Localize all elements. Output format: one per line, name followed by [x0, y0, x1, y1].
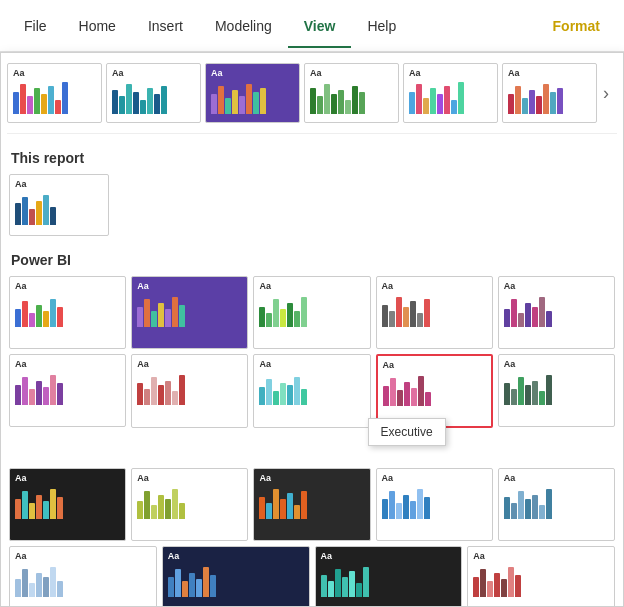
menu-help[interactable]: Help [351, 4, 412, 48]
powerbi-card-2-2[interactable]: Aa [131, 354, 248, 427]
powerbi-card-1-1[interactable]: Aa [9, 276, 126, 349]
menu-home[interactable]: Home [63, 4, 132, 48]
mini-bars-2 [112, 80, 195, 114]
mini-bars-5 [409, 80, 492, 114]
powerbi-card-2-1[interactable]: Aa [9, 354, 126, 427]
powerbi-grid-row2: Aa Aa [7, 354, 617, 427]
menu-view[interactable]: View [288, 4, 352, 48]
powerbi-card-2-3[interactable]: Aa [253, 354, 370, 427]
menu-file[interactable]: File [8, 4, 63, 48]
powerbi-card-3-3[interactable]: Aa [253, 468, 370, 541]
menu-modeling[interactable]: Modeling [199, 4, 288, 48]
card-label-5: Aa [409, 68, 492, 78]
powerbi-card-1-5[interactable]: Aa [498, 276, 615, 349]
powerbi-grid-row3: Aa Aa [7, 468, 617, 541]
theme-card-3[interactable]: Aa [205, 63, 300, 123]
menu-insert[interactable]: Insert [132, 4, 199, 48]
powerbi-card-4-4[interactable]: Aa [467, 546, 615, 607]
powerbi-card-2-5[interactable]: Aa [498, 354, 615, 427]
card-label-2: Aa [112, 68, 195, 78]
menu-bar: File Home Insert Modeling View Help Form… [0, 0, 624, 52]
card-label-4: Aa [310, 68, 393, 78]
card-label-1: Aa [13, 68, 96, 78]
report-theme-row: Aa [7, 174, 617, 236]
powerbi-grid-row4: Aa Aa [7, 546, 617, 607]
powerbi-card-1-4[interactable]: Aa [376, 276, 493, 349]
powerbi-heading: Power BI [7, 246, 617, 276]
mini-bars-1 [13, 80, 96, 114]
this-report-heading: This report [7, 144, 617, 174]
powerbi-card-3-5[interactable]: Aa [498, 468, 615, 541]
report-theme-card[interactable]: Aa [9, 174, 109, 236]
powerbi-card-4-1[interactable]: Aa [9, 546, 157, 607]
card-label-6: Aa [508, 68, 591, 78]
powerbi-card-4-2[interactable]: Aa [162, 546, 310, 607]
top-theme-strip: Aa Aa [7, 63, 617, 134]
mini-bars-4 [310, 80, 393, 114]
theme-card-4[interactable]: Aa [304, 63, 399, 123]
powerbi-card-3-1[interactable]: Aa [9, 468, 126, 541]
powerbi-card-2-4[interactable]: Aa Executive [376, 354, 493, 427]
powerbi-grid-row1: Aa Aa [7, 276, 617, 349]
report-card-label: Aa [15, 179, 103, 189]
theme-card-6[interactable]: Aa [502, 63, 597, 123]
powerbi-card-4-3[interactable]: Aa [315, 546, 463, 607]
theme-card-2[interactable]: Aa [106, 63, 201, 123]
theme-gallery-panel: Aa Aa [0, 52, 624, 607]
menu-format[interactable]: Format [537, 4, 616, 48]
powerbi-card-3-4[interactable]: Aa [376, 468, 493, 541]
theme-card-1[interactable]: Aa [7, 63, 102, 123]
report-mini-bars [15, 191, 103, 225]
powerbi-card-1-3[interactable]: Aa [253, 276, 370, 349]
theme-card-5[interactable]: Aa [403, 63, 498, 123]
mini-bars-6 [508, 80, 591, 114]
powerbi-card-1-2[interactable]: Aa [131, 276, 248, 349]
powerbi-card-3-2[interactable]: Aa [131, 468, 248, 541]
strip-scroll-right[interactable]: › [601, 83, 611, 104]
executive-tooltip: Executive [368, 418, 446, 446]
mini-bars-3 [211, 80, 294, 114]
card-label-3: Aa [211, 68, 294, 78]
